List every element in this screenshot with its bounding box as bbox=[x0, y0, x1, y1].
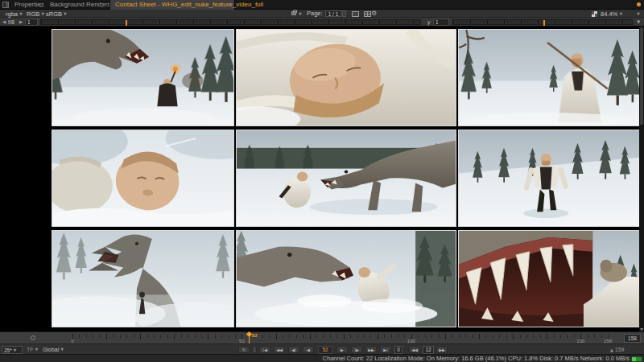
timeline-tick bbox=[221, 335, 222, 338]
tab-contact-sheet[interactable]: Contact Sheet - WHG_edit_nuke_feature_vi… bbox=[109, 0, 235, 10]
timeline-tick bbox=[235, 335, 236, 338]
timeline-tick bbox=[506, 335, 507, 338]
contact-sheet-frame-6[interactable] bbox=[458, 130, 640, 227]
timeline-tick bbox=[344, 334, 345, 339]
timeline-tick bbox=[398, 335, 398, 338]
properties-pin-icon[interactable] bbox=[39, 3, 43, 7]
timeline-tick bbox=[330, 335, 331, 338]
timeline-tick bbox=[336, 335, 337, 338]
channels-dropdown[interactable]: rgba ▼ bbox=[6, 10, 23, 18]
contact-sheet-frame-3[interactable] bbox=[458, 29, 640, 126]
timeline-tick bbox=[384, 335, 385, 338]
tab-close-icon[interactable]: ✕ bbox=[228, 0, 232, 10]
tab-contact-sheet-label: Contact Sheet - WHG_edit_nuke_feature_vi… bbox=[115, 1, 263, 8]
lock-icon[interactable] bbox=[291, 11, 296, 15]
gain-slider[interactable] bbox=[40, 19, 421, 25]
timeline-tick bbox=[120, 335, 121, 338]
page-value-box[interactable]: 1 / 1 bbox=[325, 10, 341, 17]
timeline-tick bbox=[378, 334, 378, 339]
viewer-canvas[interactable] bbox=[0, 27, 644, 331]
timeline-tick bbox=[431, 335, 432, 338]
timeline-tick bbox=[323, 335, 324, 338]
play-reverse-button[interactable]: ◀ bbox=[303, 346, 314, 353]
timeline-tick bbox=[350, 335, 351, 338]
timeline-tick bbox=[364, 335, 365, 338]
status-green-indicator bbox=[631, 356, 642, 362]
range-end-input[interactable]: 158 bbox=[624, 334, 641, 343]
gear-icon[interactable]: ⚙ bbox=[371, 10, 377, 18]
contact-sheet-layout-icon[interactable] bbox=[364, 11, 371, 17]
timeline-tick bbox=[357, 335, 358, 338]
next-keyframe-button[interactable]: ▶▶ bbox=[365, 346, 377, 353]
timeline-tick bbox=[269, 335, 270, 338]
gamma-value-input[interactable]: 1 bbox=[433, 19, 449, 26]
colorspace-dropdown[interactable]: sRGB ▼ bbox=[46, 10, 67, 18]
timeline-tick bbox=[499, 335, 500, 338]
timeline-ruler[interactable]: 050100150158 bbox=[0, 332, 644, 344]
timeline-tick bbox=[588, 335, 588, 338]
background-renders-pin-icon[interactable] bbox=[100, 3, 104, 7]
pane-menu-icon[interactable] bbox=[2, 2, 9, 8]
zoom-level-dropdown[interactable]: 84.4% ▼ bbox=[601, 10, 622, 18]
timeline-tick bbox=[114, 335, 114, 338]
timeline-tick bbox=[479, 334, 480, 339]
timeline-tick bbox=[147, 335, 148, 338]
tab-background-renders[interactable]: Background Renders bbox=[45, 0, 115, 10]
timeline-tick bbox=[370, 335, 371, 338]
timeline-tick bbox=[540, 335, 541, 338]
timeline-tick bbox=[485, 335, 486, 338]
fit-viewer-icon[interactable] bbox=[352, 11, 359, 17]
prev-keyframe-button[interactable]: ◀◀ bbox=[274, 346, 285, 353]
timeline-tick bbox=[140, 334, 141, 339]
timeline-tick bbox=[391, 335, 392, 338]
timeline-tick bbox=[404, 335, 405, 338]
gain-next-button[interactable]: ▶ bbox=[19, 18, 23, 27]
timeline-tick bbox=[601, 335, 602, 338]
contact-sheet-frame-2[interactable] bbox=[236, 29, 456, 126]
gain-prev-button[interactable]: ◀ bbox=[2, 18, 6, 27]
checkerboard-icon[interactable] bbox=[592, 11, 597, 17]
toolbar-scroll-caret[interactable]: ▼ bbox=[637, 10, 640, 18]
go-to-end-button[interactable]: ▶| bbox=[380, 346, 391, 353]
step-back-button[interactable]: ◀| bbox=[288, 346, 299, 353]
timeline-tick bbox=[554, 335, 555, 338]
skip-forward-button[interactable]: ▶▶ bbox=[436, 346, 448, 353]
layer-dropdown[interactable]: RGB ▼ bbox=[27, 10, 44, 18]
fps-dropdown[interactable]: 25* ▼ bbox=[2, 346, 23, 354]
play-button[interactable]: ▶ bbox=[336, 346, 348, 353]
fps-actual-icon: ▲ bbox=[610, 348, 613, 352]
exprow-scroll-caret[interactable]: ▼ bbox=[637, 18, 640, 27]
lock-dropdown-caret[interactable]: ▼ bbox=[299, 10, 302, 18]
skip-back-button[interactable]: ◀◀ bbox=[409, 346, 420, 353]
contact-sheet-frame-5[interactable] bbox=[236, 130, 456, 227]
gamma-slider-marker bbox=[543, 20, 545, 26]
timeline-tick bbox=[418, 335, 419, 338]
timeline-tick bbox=[473, 335, 473, 338]
playback-menu-button[interactable]: ⋮ bbox=[252, 346, 257, 353]
go-to-start-button[interactable]: |◀ bbox=[259, 346, 270, 353]
contact-sheet-frame-4[interactable] bbox=[52, 130, 234, 227]
frame-increment-input[interactable]: 12 bbox=[423, 346, 434, 354]
timeline-tick bbox=[520, 335, 521, 338]
gain-value-input[interactable]: 1 bbox=[25, 19, 38, 26]
gamma-slider[interactable] bbox=[452, 19, 633, 25]
current-frame-input[interactable]: 52 bbox=[318, 346, 332, 354]
page-spinner[interactable] bbox=[342, 10, 346, 17]
scrollbar-thumb[interactable] bbox=[640, 28, 643, 125]
gain-label[interactable]: f/8 bbox=[8, 18, 14, 27]
timeline-tick bbox=[100, 335, 101, 338]
viewer-scrollbar[interactable]: ▲ ▼ bbox=[639, 27, 644, 331]
timeline-tick bbox=[276, 334, 277, 339]
contact-sheet-frame-8[interactable] bbox=[236, 230, 456, 327]
timeline-tick bbox=[195, 335, 196, 338]
viewer-toolbar: rgba ▼ RGB ▼ sRGB ▼ ▼ Page: 1 / 1 ⚙ 84.4… bbox=[0, 10, 644, 18]
contact-sheet-frame-1[interactable] bbox=[52, 29, 234, 126]
step-forward-button[interactable]: |▶ bbox=[351, 346, 362, 353]
contact-sheet-frame-7[interactable] bbox=[52, 230, 234, 327]
loop-mode-button[interactable]: ↻ bbox=[238, 346, 250, 353]
timeline-tick bbox=[439, 335, 440, 338]
contact-sheet-frame-9[interactable] bbox=[458, 230, 640, 327]
timeline-tick bbox=[289, 335, 290, 338]
zero-frame-button[interactable]: 0 bbox=[394, 346, 402, 354]
timeline[interactable]: 050100150158 52 158 bbox=[0, 331, 644, 343]
